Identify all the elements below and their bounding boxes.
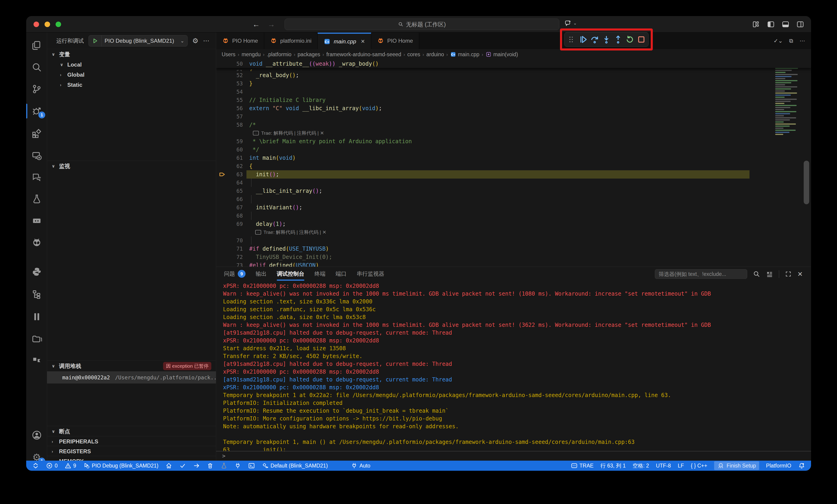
breadcrumb-item[interactable]: main(void) (485, 51, 518, 58)
activity-node-dependencies[interactable] (26, 285, 47, 304)
close-tab-icon[interactable]: ✕ (361, 39, 365, 44)
status-arrow-right[interactable] (193, 462, 200, 469)
close-window-button[interactable] (34, 22, 39, 27)
tab-main-cpp[interactable]: C+main.cpp✕ (318, 33, 371, 49)
variables-scope-static[interactable]: ›Static (47, 80, 216, 90)
panel-tab-端口[interactable]: 端口 (336, 267, 346, 281)
activity-python[interactable] (26, 262, 47, 281)
nav-forward-icon[interactable]: → (268, 20, 275, 29)
restart-icon[interactable] (625, 35, 635, 44)
step-out-icon[interactable] (613, 35, 623, 44)
editor-scrollbar[interactable] (804, 161, 809, 204)
toggle-bottom-panel-icon[interactable] (782, 20, 789, 28)
panel-tab-串行监视器[interactable]: 串行监视器 (357, 267, 384, 281)
start-debug-icon[interactable] (89, 35, 102, 46)
minimap[interactable] (775, 61, 801, 136)
zoom-window-button[interactable] (56, 22, 61, 27)
ai-inline-chip[interactable]: ⋯Trae: 解释代码 | 注释代码 | ✕ (216, 228, 811, 237)
watch-header[interactable]: ∨监视 (47, 161, 216, 171)
variables-scope-local[interactable]: ∨Local (47, 60, 216, 70)
status-check[interactable] (179, 462, 186, 469)
activity-run-debug[interactable]: 1 (26, 101, 47, 121)
status-terminal[interactable] (248, 462, 255, 469)
code-editor[interactable]: 50void __attribute__((weak)) _wrap_body(… (216, 60, 811, 267)
gear-icon[interactable]: ⚙ (192, 37, 198, 45)
maximize-panel-icon[interactable] (785, 271, 791, 277)
breadcrumb-item[interactable]: C+main.cpp (450, 51, 479, 58)
clear-console-icon[interactable] (766, 270, 773, 278)
toggle-right-sidebar-icon[interactable] (796, 20, 804, 28)
status-item--2[interactable]: 空格: 2 (633, 462, 649, 469)
toggle-left-sidebar-icon[interactable] (767, 20, 775, 28)
status-config-default-blink-samd21-[interactable]: Default (Blink_SAMD21) (262, 462, 328, 469)
command-center-search[interactable]: 无标题 (工作区) (285, 19, 559, 30)
variables-scope-global[interactable]: ›Global (47, 70, 216, 80)
ai-inline-chip[interactable]: ⋯Trae: 解释代码 | 注释代码 | ✕ (216, 129, 811, 137)
stop-icon[interactable] (637, 35, 646, 44)
close-panel-icon[interactable]: ✕ (798, 270, 803, 278)
more-actions-icon[interactable]: ⋯ (203, 37, 210, 44)
activity-flags[interactable] (26, 352, 47, 371)
activity-source-control[interactable] (26, 79, 47, 99)
tab-pio-home[interactable]: PIO Home (216, 33, 264, 49)
breakpoints-header[interactable]: ∨断点 (47, 426, 216, 437)
status-error-0[interactable]: 0 (46, 462, 58, 469)
breadcrumb-item[interactable]: .platformio (267, 51, 291, 58)
status-plug[interactable] (234, 462, 241, 469)
chat-toggle[interactable]: ⌄ (565, 20, 577, 26)
panel-tab-调试控制台[interactable]: 调试控制台 (277, 267, 304, 281)
breadcrumb-item[interactable]: mengdu (242, 51, 261, 58)
minimize-window-button[interactable] (44, 22, 50, 27)
status-bell[interactable] (798, 462, 805, 469)
breadcrumb-item[interactable]: framework-arduino-samd-seeed (326, 51, 401, 58)
step-over-icon[interactable] (590, 35, 599, 44)
breadcrumb-item[interactable]: packages (298, 51, 320, 58)
status-warning-9[interactable]: 9 (65, 462, 76, 469)
header-registers[interactable]: ›REGISTERS (47, 446, 216, 457)
nav-back-icon[interactable]: ← (252, 20, 260, 29)
tab-platformio-ini[interactable]: platformio.ini (264, 33, 318, 49)
activity-device-board[interactable] (26, 211, 47, 230)
status-item--63-1[interactable]: 行 63, 列 1 (601, 462, 626, 469)
activity-projects[interactable] (26, 330, 47, 349)
status-debug-run-pio-debug-blink-samd21-[interactable]: PIO Debug (Blink_SAMD21) (83, 462, 159, 469)
tab-pio-home[interactable]: PIO Home (371, 33, 419, 49)
status-octopus-finish-setup[interactable]: Finish Setup (714, 461, 759, 470)
activity-search[interactable] (26, 58, 47, 77)
status-home[interactable] (165, 462, 172, 469)
activity-platformio[interactable] (26, 233, 47, 253)
breadcrumb-item[interactable]: cores (407, 51, 420, 58)
breadcrumb-item[interactable]: Users (222, 51, 235, 58)
editor-action-icon[interactable]: ⋯ (800, 38, 805, 44)
activity-pause[interactable] (26, 307, 47, 326)
activity-ai-chat[interactable] (26, 168, 47, 187)
activity-account[interactable] (26, 426, 47, 445)
status-flask[interactable] (220, 462, 227, 469)
status-item--c++[interactable]: { } C++ (691, 463, 708, 469)
status-trash[interactable] (207, 462, 214, 469)
debug-console-output[interactable]: xPSR: 0x21000000 pc: 0x00000288 msp: 0x2… (216, 281, 811, 451)
callstack-header[interactable]: ∨调用堆栈 因 exception 已暂停 (47, 361, 216, 371)
activity-extensions[interactable] (26, 124, 47, 143)
variables-header[interactable]: ∨变量 (47, 49, 216, 60)
panel-tab-问题[interactable]: 问题9 (224, 267, 246, 281)
status-item-utf-8[interactable]: UTF-8 (656, 463, 671, 469)
panel-tab-输出[interactable]: 输出 (256, 267, 267, 281)
activity-remote-explorer[interactable] (26, 146, 47, 165)
header-peripherals[interactable]: ›PERIPHERALS (47, 436, 216, 447)
breadcrumb-item[interactable]: arduino (426, 51, 444, 58)
status-remote[interactable] (32, 462, 39, 469)
editor-action-icon[interactable]: ⧉ (789, 38, 793, 44)
stack-frame-row[interactable]: main@0x000022a2 /Users/mengdu/.platformi… (47, 371, 216, 384)
step-into-icon[interactable] (602, 35, 611, 44)
activity-testing[interactable] (26, 189, 47, 209)
panel-tab-终端[interactable]: 终端 (315, 267, 325, 281)
debug-console-input[interactable]: > (216, 451, 811, 461)
console-filter-input[interactable]: 筛选器(例如 text、!exclude... (655, 269, 747, 279)
editor-action-icon[interactable]: ✓⌄ (773, 38, 783, 44)
status-port-auto[interactable]: Auto (351, 462, 370, 469)
search-icon[interactable] (753, 270, 760, 278)
status-trae-trae[interactable]: TRAE (571, 462, 593, 469)
continue-icon[interactable] (578, 35, 588, 44)
layout-customize-icon[interactable] (752, 20, 760, 28)
